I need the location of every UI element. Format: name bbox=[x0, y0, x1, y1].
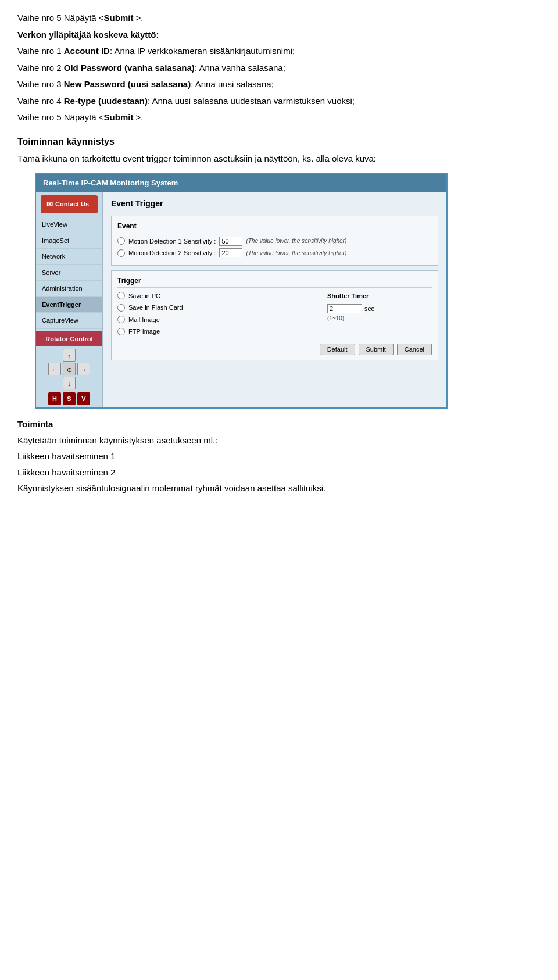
shutter-unit: sec bbox=[364, 304, 374, 314]
bottom-section: Toiminta Käytetään toiminnan käynnistyks… bbox=[17, 418, 541, 495]
intro-line-7: Vaihe nro 5 Näpäytä <Submit >. bbox=[17, 111, 541, 124]
sidebar-item-captureview[interactable]: CaptureView bbox=[36, 313, 102, 329]
bottom-title: Toiminta bbox=[17, 418, 541, 431]
bottom-line-3: Liikkeen havaitseminen 2 bbox=[17, 466, 541, 480]
trigger-option-4: FTP Image bbox=[117, 327, 316, 337]
intro-line-4: Vaihe nro 2 Old Password (vanha salasana… bbox=[17, 62, 541, 75]
contact-us-label: Contact Us bbox=[55, 199, 89, 209]
shutter-row: sec bbox=[327, 304, 432, 314]
screenshot-mockup: Real-Time IP-CAM Monitoring System ✉ Con… bbox=[35, 173, 448, 409]
sidebar-item-server[interactable]: Server bbox=[36, 265, 102, 281]
bottom-line-2: Liikkeen havaitseminen 1 bbox=[17, 450, 541, 463]
section-intro: Tämä ikkuna on tarkoitettu event trigger… bbox=[17, 152, 541, 166]
motion1-hint: (The value lower, the sensitivity higher… bbox=[246, 237, 346, 245]
trigger-option-2: Save in Flash Card bbox=[117, 303, 316, 313]
rotator-bottom-row: ↓ bbox=[63, 377, 76, 389]
trigger-mail-radio[interactable] bbox=[117, 316, 125, 323]
motion2-row: Motion Detection 2 Sensitivity : (The va… bbox=[117, 248, 432, 258]
trigger-section-title: Trigger bbox=[117, 276, 432, 288]
motion2-label: Motion Detection 2 Sensitivity : bbox=[128, 248, 216, 258]
motion2-hint: (The value lower, the sensitivity higher… bbox=[246, 249, 346, 257]
intro-section: Vaihe nro 5 Näpäytä <Submit >. Verkon yl… bbox=[17, 12, 541, 124]
intro-line-5: Vaihe nro 3 New Password (uusi salasana)… bbox=[17, 78, 541, 91]
trigger-content: Save in PC Save in Flash Card Mail Image bbox=[117, 291, 432, 339]
sidebar-item-network[interactable]: Network bbox=[36, 249, 102, 265]
trigger-options-list: Save in PC Save in Flash Card Mail Image bbox=[117, 291, 316, 339]
submit-button[interactable]: Submit bbox=[359, 344, 394, 355]
sidebar-item-liveview[interactable]: LiveView bbox=[36, 217, 102, 233]
trigger-ftp-radio[interactable] bbox=[117, 328, 125, 335]
trigger-option-3: Mail Image bbox=[117, 315, 316, 325]
shutter-input[interactable] bbox=[327, 304, 362, 313]
rotator-top-row: ↑ bbox=[63, 349, 76, 362]
main-panel: Event Trigger Event Motion Detection 1 S… bbox=[103, 192, 446, 408]
cancel-button[interactable]: Cancel bbox=[397, 344, 432, 355]
rotator-left-button[interactable]: ← bbox=[48, 363, 61, 375]
hsv-v-button[interactable]: V bbox=[77, 392, 90, 405]
trigger-flash-label: Save in Flash Card bbox=[128, 303, 183, 313]
form-buttons: Default Submit Cancel bbox=[117, 344, 432, 355]
event-trigger-title: Event Trigger bbox=[111, 198, 438, 210]
sidebar: ✉ Contact Us LiveView ImageSet Network S… bbox=[36, 192, 103, 408]
trigger-save-pc-label: Save in PC bbox=[128, 291, 160, 301]
rotator-hsv-buttons: H S V bbox=[48, 392, 90, 405]
default-button[interactable]: Default bbox=[320, 344, 355, 355]
shutter-title: Shutter Timer bbox=[327, 291, 432, 301]
bottom-line-1: Käytetään toiminnan käynnistyksen asetuk… bbox=[17, 434, 541, 448]
sidebar-item-eventtrigger[interactable]: EventTrigger bbox=[36, 297, 102, 313]
rotator-right-button[interactable]: → bbox=[77, 363, 90, 375]
motion1-row: Motion Detection 1 Sensitivity : (The va… bbox=[117, 237, 432, 246]
motion1-label: Motion Detection 1 Sensitivity : bbox=[128, 237, 216, 246]
trigger-section: Trigger Save in PC Save in Flash Card bbox=[111, 270, 438, 360]
rotator-control-label: Rotator Control bbox=[36, 331, 102, 347]
rotator-controls: ↑ ← ⊙ → ↓ H S V bbox=[36, 346, 102, 407]
rotator-mid-row: ← ⊙ → bbox=[48, 363, 90, 375]
trigger-ftp-label: FTP Image bbox=[128, 327, 160, 337]
trigger-flash-radio[interactable] bbox=[117, 304, 125, 312]
shutter-timer-section: Shutter Timer sec (1~10) bbox=[327, 291, 432, 339]
event-section-title: Event bbox=[117, 221, 432, 233]
rotator-up-button[interactable]: ↑ bbox=[63, 349, 76, 362]
sidebar-item-imageset[interactable]: ImageSet bbox=[36, 233, 102, 249]
screenshot-header: Real-Time IP-CAM Monitoring System bbox=[36, 174, 446, 192]
intro-line-3: Vaihe nro 1 Account ID: Anna IP verkkoka… bbox=[17, 45, 541, 58]
motion1-input[interactable] bbox=[219, 237, 242, 246]
intro-line-6: Vaihe nro 4 Re-type (uudestaan): Anna uu… bbox=[17, 95, 541, 108]
shutter-range: (1~10) bbox=[327, 314, 432, 323]
intro-line-1: Vaihe nro 5 Näpäytä <Submit >. bbox=[17, 12, 541, 25]
screenshot-body: ✉ Contact Us LiveView ImageSet Network S… bbox=[36, 192, 446, 408]
trigger-mail-label: Mail Image bbox=[128, 315, 160, 325]
motion1-radio[interactable] bbox=[117, 237, 125, 245]
intro-line-2: Verkon ylläpitäjää koskeva käyttö: bbox=[17, 28, 541, 42]
motion2-input[interactable] bbox=[219, 248, 242, 257]
event-section: Event Motion Detection 1 Sensitivity : (… bbox=[111, 216, 438, 266]
sidebar-item-administration[interactable]: Administration bbox=[36, 281, 102, 297]
trigger-save-pc-radio[interactable] bbox=[117, 292, 125, 299]
trigger-option-1: Save in PC bbox=[117, 291, 316, 301]
sidebar-nav: LiveView ImageSet Network Server Adminis… bbox=[36, 217, 102, 329]
contact-us-button[interactable]: ✉ Contact Us bbox=[41, 195, 98, 214]
rotator-center-button[interactable]: ⊙ bbox=[63, 363, 76, 375]
motion2-radio[interactable] bbox=[117, 249, 125, 257]
section-title: Toiminnan käynnistys bbox=[17, 135, 541, 149]
mail-icon: ✉ bbox=[46, 199, 53, 210]
bottom-line-4: Käynnistyksen sisääntulosignaalin molemm… bbox=[17, 482, 541, 495]
screenshot-title: Real-Time IP-CAM Monitoring System bbox=[43, 178, 178, 187]
hsv-s-button[interactable]: S bbox=[63, 392, 76, 405]
hsv-h-button[interactable]: H bbox=[48, 392, 61, 405]
rotator-down-button[interactable]: ↓ bbox=[63, 377, 76, 389]
